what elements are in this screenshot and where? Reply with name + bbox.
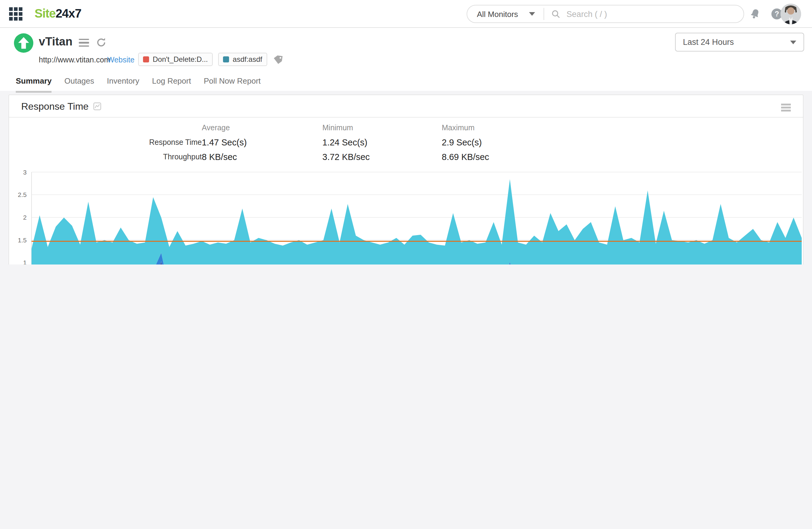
divider — [9, 117, 803, 118]
response-time-stats: AverageMinimumMaximumResponse Time1.47 S… — [21, 121, 567, 164]
chevron-down-icon — [529, 12, 535, 16]
svg-text:1.5: 1.5 — [18, 237, 27, 244]
status-up-icon — [14, 33, 33, 53]
stats-col-header: Average — [202, 123, 322, 132]
monitor-filter-dropdown[interactable]: All Monitors — [467, 5, 543, 23]
tag-chip[interactable]: asdf:asdf — [218, 53, 267, 66]
stats-value: 1.24 Sec(s) — [322, 137, 442, 147]
tag-icon[interactable] — [272, 54, 283, 64]
site24x7-dashboard: Site24x7 All Monitors ? — [0, 0, 812, 265]
stats-row-label: Throughput — [21, 153, 202, 161]
stats-col-header: Minimum — [322, 123, 442, 132]
svg-text:3: 3 — [23, 169, 27, 176]
monitor-menu-icon[interactable] — [79, 39, 89, 48]
time-range-select[interactable]: Last 24 Hours — [675, 33, 804, 52]
trend-chart-icon[interactable] — [93, 102, 101, 110]
time-range-value: Last 24 Hours — [683, 38, 734, 47]
stats-value: 2.9 Sec(s) — [442, 137, 551, 147]
tag-row: Don't_Delete:D...asdf:asdf — [138, 53, 283, 66]
monitor-name: vTitan — [39, 35, 72, 48]
svg-text:2.5: 2.5 — [18, 191, 27, 198]
svg-text:?: ? — [775, 10, 779, 18]
search-input[interactable] — [565, 9, 743, 19]
svg-text:1: 1 — [23, 259, 27, 265]
monitor-filter-label: All Monitors — [477, 10, 518, 18]
monitor-header: vTitan http://www.vtitan.com Website Don… — [0, 28, 812, 91]
user-avatar[interactable] — [781, 4, 801, 24]
stats-row: Throughput8 KB/sec3.72 KB/sec8.69 KB/sec — [21, 150, 567, 164]
tab-summary[interactable]: Summary — [16, 76, 52, 93]
tag-chip[interactable]: Don't_Delete:D... — [138, 53, 213, 66]
tab-bar: SummaryOutagesInventoryLog ReportPoll No… — [16, 76, 261, 93]
search-icon — [551, 10, 561, 18]
tab-log-report[interactable]: Log Report — [152, 76, 191, 93]
stats-row-label: Response Time — [21, 138, 202, 147]
response-time-card: Response Time AverageMinimumMaximumRespo… — [9, 94, 803, 265]
stats-col-header: Maximum — [442, 123, 551, 132]
stats-value: 8 KB/sec — [202, 152, 322, 162]
notification-bell-icon[interactable] — [749, 8, 761, 20]
tag-color-swatch — [223, 56, 229, 62]
tag-color-swatch — [143, 56, 149, 62]
tab-inventory[interactable]: Inventory — [107, 76, 140, 93]
card-menu-icon[interactable] — [781, 104, 791, 113]
stats-header-row: AverageMinimumMaximum — [21, 121, 567, 135]
monitor-url: http://www.vtitan.com — [39, 56, 110, 64]
stats-value: 3.72 KB/sec — [322, 152, 442, 162]
refresh-icon[interactable] — [96, 37, 107, 48]
svg-text:2: 2 — [23, 214, 27, 221]
tag-label: asdf:asdf — [233, 55, 262, 64]
tab-outages[interactable]: Outages — [64, 76, 94, 93]
stats-value: 1.47 Sec(s) — [202, 137, 322, 147]
response-time-chart[interactable]: 00.511.522.5319:0020:0021:0022:0023:0000… — [9, 167, 804, 265]
stats-row: Response Time1.47 Sec(s)1.24 Sec(s)2.9 S… — [21, 135, 567, 150]
monitor-type-link[interactable]: Website — [107, 56, 134, 64]
tab-poll-now-report[interactable]: Poll Now Report — [204, 76, 261, 93]
site24x7-logo[interactable]: Site24x7 — [34, 7, 81, 20]
stats-value: 8.69 KB/sec — [442, 152, 551, 162]
tag-label: Don't_Delete:D... — [153, 55, 208, 64]
app-grid-icon[interactable] — [9, 7, 23, 21]
top-bar: Site24x7 All Monitors ? — [0, 0, 812, 28]
monitor-search-pill: All Monitors — [467, 5, 744, 23]
card-title: Response Time — [21, 101, 96, 112]
chevron-down-icon — [790, 40, 796, 44]
